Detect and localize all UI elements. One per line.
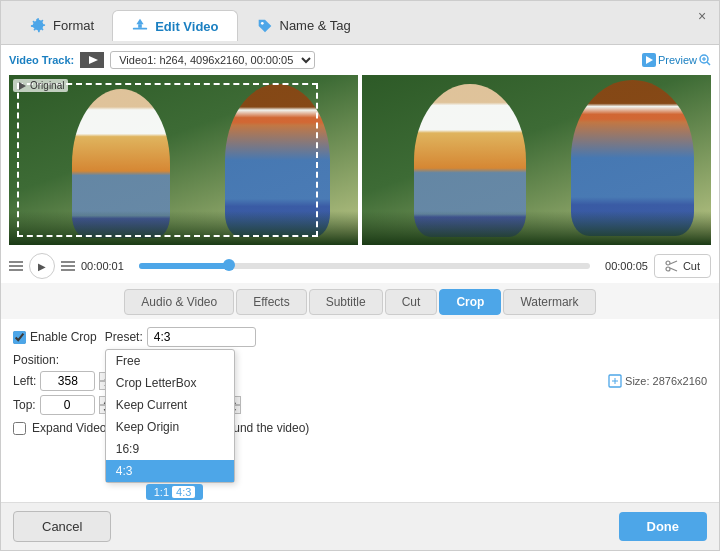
tab-subtitle[interactable]: Subtitle [309, 289, 383, 315]
preset-dropdown-menu: Free Crop LetterBox Keep Current Keep Or… [105, 349, 235, 483]
left-input[interactable] [40, 371, 95, 391]
svg-point-4 [260, 21, 263, 24]
svg-point-14 [666, 261, 670, 265]
dropdown-item-4-3[interactable]: 4:3 [106, 460, 234, 482]
preset-section: Preset: 4:3 Free Crop LetterBox Keep Cur… [105, 327, 256, 347]
preview-label: Preview [642, 53, 711, 67]
video-previews: Original [9, 75, 711, 245]
svg-marker-13 [19, 82, 26, 90]
dropdown-tooltip: 1:1 4:3 [146, 484, 204, 500]
waveform-icon [9, 261, 23, 271]
zoom-icon [699, 54, 711, 66]
tab-crop[interactable]: Crop [439, 289, 501, 315]
tab-format-label: Format [53, 18, 94, 33]
progress-track[interactable] [139, 263, 590, 269]
edit-tabs: Audio & Video Effects Subtitle Cut Crop … [1, 283, 719, 319]
waveform2-icon [61, 261, 75, 271]
scissors-icon [665, 259, 679, 273]
tab-bar: Format Edit Video Name & Tag × [1, 1, 719, 45]
svg-line-10 [707, 62, 710, 65]
tab-name-tag[interactable]: Name & Tag [238, 11, 369, 41]
close-button[interactable]: × [695, 9, 709, 23]
resize-icon [608, 374, 622, 388]
output-video-frame [362, 75, 711, 245]
cancel-button[interactable]: Cancel [13, 511, 111, 542]
bottom-bar: Cancel Done [1, 502, 719, 550]
video-track-bar: Video Track: Video1: h264, 4096x2160, 00… [9, 49, 711, 71]
original-preview: Original [9, 75, 358, 245]
tab-effects[interactable]: Effects [236, 289, 306, 315]
progress-thumb[interactable] [223, 259, 235, 271]
crop-options-row: Enable Crop Preset: 4:3 Free Crop Letter… [13, 327, 707, 347]
tab-name-tag-label: Name & Tag [280, 18, 351, 33]
time-current: 00:00:01 [81, 260, 133, 272]
dropdown-item-16-9[interactable]: 16:9 [106, 438, 234, 460]
tab-edit-video[interactable]: Edit Video [112, 10, 237, 41]
crop-panel: Enable Crop Preset: 4:3 Free Crop Letter… [1, 319, 719, 502]
tag-icon [256, 17, 274, 35]
video-track-select[interactable]: Video1: h264, 4096x2160, 00:00:05 [110, 51, 315, 69]
play-small-icon [17, 81, 27, 91]
dropdown-item-keep-current[interactable]: Keep Current [106, 394, 234, 416]
svg-line-16 [670, 261, 677, 264]
original-label: Original [13, 79, 68, 92]
tab-audio-video[interactable]: Audio & Video [124, 289, 234, 315]
tab-edit-video-label: Edit Video [155, 19, 218, 34]
size-label: Size: 2876x2160 [608, 374, 707, 388]
top-field: Top: ▲ ▼ [13, 395, 113, 415]
position-label: Position: [13, 353, 59, 367]
svg-line-17 [670, 268, 677, 271]
enable-crop-checkbox-label[interactable]: Enable Crop [13, 330, 97, 344]
enable-crop-checkbox[interactable] [13, 331, 26, 344]
tab-watermark[interactable]: Watermark [503, 289, 595, 315]
dropdown-item-keep-origin[interactable]: Keep Origin [106, 416, 234, 438]
done-button[interactable]: Done [619, 512, 708, 541]
left-field: Left: ▲ ▼ [13, 371, 113, 391]
tab-cut[interactable]: Cut [385, 289, 438, 315]
left-label: Left: [13, 374, 36, 388]
video-track-label: Video Track: [9, 54, 74, 66]
edit-icon [131, 17, 149, 35]
main-window: Format Edit Video Name & Tag × Video Tra… [0, 0, 720, 551]
expand-video-checkbox[interactable] [13, 422, 26, 435]
video-thumbnail-icon [80, 52, 104, 68]
output-preview [362, 75, 711, 245]
play-button[interactable]: ▶ [29, 253, 55, 279]
time-total: 00:00:05 [596, 260, 648, 272]
preset-select[interactable]: 4:3 Free Crop LetterBox Keep Current Kee… [147, 327, 256, 347]
svg-marker-2 [137, 19, 144, 24]
progress-fill [139, 263, 229, 269]
svg-rect-3 [138, 24, 142, 28]
dropdown-item-free[interactable]: Free [106, 350, 234, 372]
tab-format[interactable]: Format [11, 11, 112, 41]
video-section: Video Track: Video1: h264, 4096x2160, 00… [1, 45, 719, 249]
top-label: Top: [13, 398, 36, 412]
svg-point-15 [666, 267, 670, 271]
crop-overlay [17, 83, 318, 237]
gear-icon [29, 17, 47, 35]
svg-rect-1 [133, 28, 147, 30]
playback-bar: ▶ 00:00:01 00:00:05 Cut [1, 249, 719, 283]
cut-button[interactable]: Cut [654, 254, 711, 278]
dropdown-item-crop-letterbox[interactable]: Crop LetterBox [106, 372, 234, 394]
top-input[interactable] [40, 395, 95, 415]
preview-icon [642, 53, 656, 67]
